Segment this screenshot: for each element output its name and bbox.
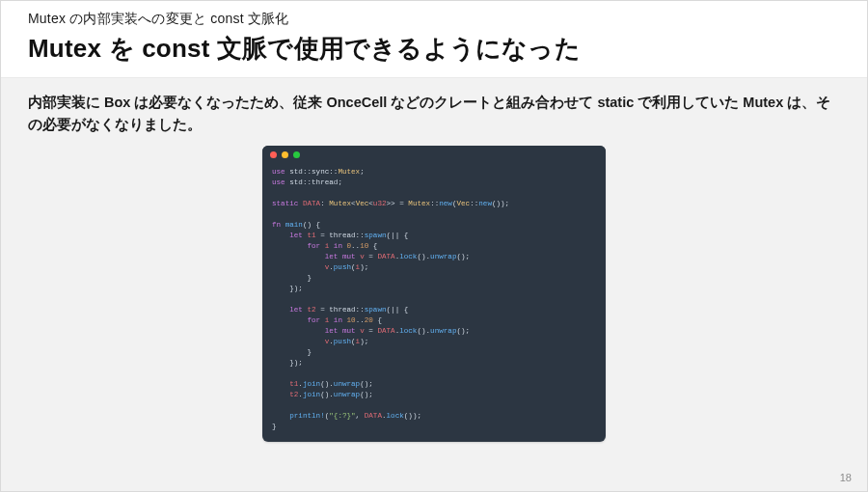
kicker-text: Mutex の内部実装への変更と const 文脈化 [28,11,840,28]
page-title: Mutex を const 文脈で使用できるようになった [28,32,840,66]
code-area: use std::sync::Mutex; use std::thread; s… [28,146,840,491]
page-number: 18 [840,472,852,483]
slide-body: 内部実装に Box は必要なくなったため、従来 OnceCell などのクレート… [1,78,867,491]
code-editor-window: use std::sync::Mutex; use std::thread; s… [262,146,606,442]
window-traffic-lights [262,146,606,163]
minimize-icon [282,151,288,158]
lead-paragraph: 内部実装に Box は必要なくなったため、従来 OnceCell などのクレート… [28,92,840,136]
zoom-icon [293,151,300,158]
close-icon [270,151,277,158]
slide: Mutex の内部実装への変更と const 文脈化 Mutex を const… [0,0,868,492]
slide-header: Mutex の内部実装への変更と const 文脈化 Mutex を const… [1,1,867,78]
code-block: use std::sync::Mutex; use std::thread; s… [262,163,606,442]
